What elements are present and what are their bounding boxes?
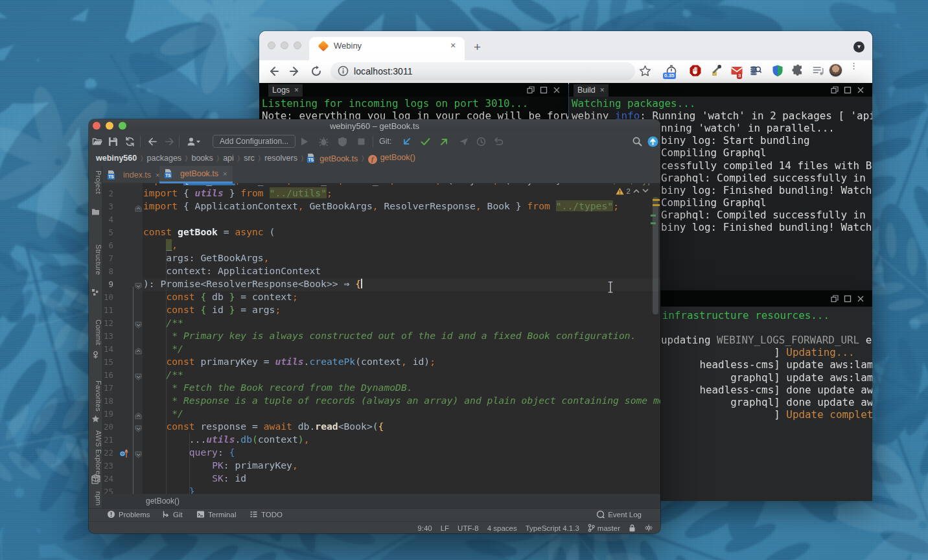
breadcrumb-getBook[interactable]: fgetBook() <box>368 153 415 164</box>
stop-icon[interactable] <box>356 136 367 147</box>
navigate-forward-icon[interactable] <box>165 136 176 147</box>
stripe-button-aws-explorer[interactable]: AWS Explorer <box>89 430 102 477</box>
breadcrumb-api[interactable]: api <box>223 154 234 163</box>
debug-icon[interactable] <box>318 136 329 147</box>
scope-breadcrumb[interactable]: getBook() <box>146 496 180 506</box>
vcs-stripe-mark[interactable] <box>651 222 656 224</box>
lock-icon[interactable] <box>629 524 636 532</box>
git-branch-widget[interactable]: master <box>588 524 620 532</box>
browser-tab[interactable]: Webiny × <box>309 37 465 60</box>
favorites-icon[interactable] <box>91 414 100 423</box>
status-typescript-4-1-3[interactable]: TypeScript 4.1.3 <box>526 524 579 532</box>
fold-start-icon[interactable] <box>135 423 142 430</box>
tab-close-icon[interactable]: × <box>450 40 456 51</box>
close-window-icon[interactable] <box>553 86 561 94</box>
build-panel-tab[interactable]: Build× <box>574 84 609 97</box>
back-icon[interactable] <box>268 65 279 77</box>
ide-update-icon[interactable] <box>647 136 658 147</box>
fold-start-icon[interactable] <box>135 371 142 379</box>
build-tab-close-icon[interactable]: × <box>600 86 605 95</box>
gutter-navigation-icon[interactable] <box>119 449 129 458</box>
browser-zoom-button[interactable] <box>294 41 301 49</box>
tab-search-button[interactable]: ▾ <box>853 41 864 52</box>
git-commit-icon[interactable] <box>420 136 431 147</box>
browser-close-button[interactable] <box>268 41 275 49</box>
editor-tab-indexts[interactable]: TSindex.ts× <box>102 166 165 183</box>
coins-extension-icon[interactable] <box>749 64 762 77</box>
puzzle-extension-icon[interactable] <box>791 64 804 77</box>
logs-panel-header[interactable]: Logs× <box>259 83 568 97</box>
fold-end-icon[interactable] <box>135 410 142 417</box>
rollback-icon[interactable] <box>493 136 504 147</box>
build-panel-header[interactable]: Build× <box>569 83 872 97</box>
logs-panel-tab[interactable]: Logs× <box>268 84 303 97</box>
open-file-icon[interactable] <box>92 136 103 147</box>
stripe-button-commit[interactable]: Commit <box>89 320 102 345</box>
stripe-button-project[interactable]: Project <box>89 170 102 194</box>
new-tab-button[interactable]: + <box>474 40 481 54</box>
mail-extension-icon[interactable]: 3 <box>730 64 743 77</box>
status-4-spaces[interactable]: 4 spaces <box>487 524 517 532</box>
build-window-controls[interactable] <box>831 86 870 94</box>
add-configuration-button[interactable]: Add Configuration... <box>213 135 296 148</box>
tool-button-problems[interactable]: Problems <box>107 510 150 519</box>
close-window-icon[interactable] <box>857 295 864 303</box>
breadcrumb-getBookts[interactable]: TSgetBook.ts <box>307 154 358 163</box>
maximize-window-icon[interactable] <box>844 86 852 94</box>
fold-start-icon[interactable] <box>135 281 142 288</box>
logs-window-controls[interactable] <box>527 86 566 94</box>
float-window-icon[interactable] <box>527 86 535 94</box>
float-window-icon[interactable] <box>831 86 839 94</box>
stripe-button-structure[interactable]: Structure <box>89 244 102 275</box>
fold-start-icon[interactable] <box>135 320 142 327</box>
breadcrumb-packages[interactable]: packages <box>147 154 182 163</box>
close-window-icon[interactable] <box>857 86 864 94</box>
search-everywhere-icon[interactable] <box>632 136 643 147</box>
blocker-extension-icon[interactable] <box>689 64 702 77</box>
maximize-window-icon[interactable] <box>844 295 852 303</box>
bookmark-star-icon[interactable] <box>639 65 651 77</box>
logs-tab-close-icon[interactable]: × <box>294 86 299 95</box>
forward-icon[interactable] <box>289 65 301 77</box>
float-window-icon[interactable] <box>831 295 839 303</box>
git-cherrypick-icon[interactable] <box>458 136 469 147</box>
address-bar[interactable]: localhost:3011 <box>331 62 635 80</box>
gear-icon[interactable] <box>644 524 653 532</box>
sync-icon[interactable] <box>124 136 135 147</box>
coverage-icon[interactable] <box>337 136 348 147</box>
status-utf-8[interactable]: UTF-8 <box>458 524 479 532</box>
warning-stripe-mark[interactable] <box>653 204 660 206</box>
breadcrumb-webiny560[interactable]: webiny560 <box>96 154 137 163</box>
quick-access-icon[interactable] <box>91 475 100 484</box>
inspections-widget[interactable]: 2 <box>616 186 649 196</box>
status-lf[interactable]: LF <box>441 524 449 532</box>
url-text[interactable]: localhost:3011 <box>354 66 413 76</box>
maximize-window-icon[interactable] <box>540 86 548 94</box>
structure-icon[interactable] <box>91 287 100 296</box>
next-warning-icon[interactable] <box>642 189 649 193</box>
vcs-stripe-mark[interactable] <box>651 215 656 216</box>
breadcrumb-src[interactable]: src <box>244 154 255 163</box>
profile-settings-icon[interactable] <box>186 136 202 147</box>
stripe-button-npm[interactable]: npm <box>89 491 102 506</box>
editor-tab-getBookts[interactable]: TSgetBook.ts× <box>159 166 233 183</box>
tab-close-icon[interactable]: × <box>223 170 227 178</box>
save-icon[interactable] <box>108 136 119 147</box>
project-icon[interactable] <box>91 207 100 215</box>
deploy-window-controls[interactable] <box>831 295 870 303</box>
playlist-extension-icon[interactable] <box>812 64 825 77</box>
status-9-40[interactable]: 9:40 <box>417 524 432 532</box>
fold-start-icon[interactable] <box>135 449 142 456</box>
tool-button-terminal[interactable]: Terminal <box>196 510 236 519</box>
warning-stripe-mark[interactable] <box>653 199 660 201</box>
reload-icon[interactable] <box>310 65 322 77</box>
ide-title-bar[interactable]: webiny560 – getBook.ts <box>89 119 660 132</box>
stripe-button-favorites[interactable]: Favorites <box>89 380 102 412</box>
profile-avatar[interactable] <box>829 64 842 77</box>
event-log-button[interactable]: Event Log <box>596 510 642 519</box>
breadcrumb-books[interactable]: books <box>191 154 213 163</box>
prev-warning-icon[interactable] <box>633 189 640 193</box>
navigate-back-icon[interactable] <box>146 136 157 147</box>
commit-icon[interactable] <box>91 350 100 358</box>
site-info-icon[interactable] <box>338 65 349 76</box>
